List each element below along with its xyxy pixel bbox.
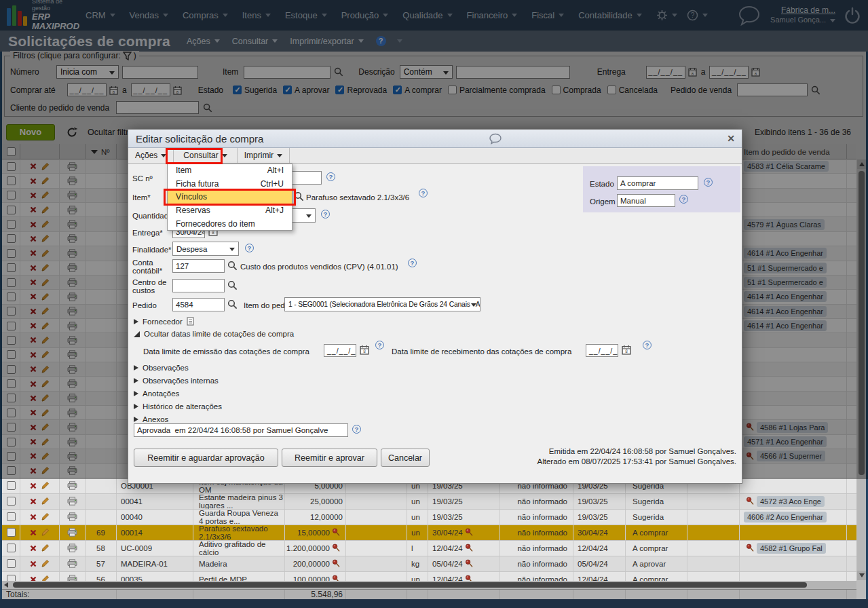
collapsed-triangle-icon	[134, 417, 138, 422]
dropdown-item-label: Reservas	[176, 206, 210, 215]
conta-help-icon[interactable]: ?	[408, 259, 417, 267]
cancelar-button[interactable]: Cancelar	[381, 449, 430, 467]
item-search-icon[interactable]	[294, 191, 304, 202]
consultar-dropdown-menu: ItemAlt+IFicha futuraCtrl+UVínculosReser…	[167, 164, 293, 231]
supplier-doc-icon	[187, 317, 194, 326]
dropdown-item-shortcut: Alt+I	[267, 166, 284, 175]
finalidade-help-icon[interactable]: ?	[245, 244, 254, 252]
section-label: Observações internas	[143, 377, 219, 385]
dropdown-item[interactable]: ReservasAlt+J	[168, 204, 292, 217]
reemitir-aguardar-button[interactable]: Reemitir e aguardar aprovação	[134, 449, 278, 467]
item-help-icon[interactable]: ?	[419, 189, 428, 197]
section-toggle[interactable]: Observações	[134, 364, 189, 372]
estado-help-icon[interactable]: ?	[704, 178, 713, 187]
section-toggle[interactable]: Anotações	[134, 390, 179, 398]
dropdown-item-label: Ficha futura	[176, 179, 219, 189]
conta-description: Custo dos produtos vendidos (CPV) (4.01.…	[240, 263, 398, 271]
finalidade-select[interactable]: Despesa	[172, 242, 239, 256]
note-help-icon[interactable]: ?	[352, 425, 361, 434]
emissao-calendar-icon[interactable]: 8	[360, 345, 369, 355]
dropdown-item-shortcut: Alt+J	[265, 206, 284, 215]
collapsed-triangle-icon	[134, 391, 138, 396]
collapsed-triangle-icon	[134, 365, 138, 370]
section-label: Anexos	[143, 415, 168, 423]
dialog-title: Editar solicitação de compra	[136, 133, 263, 145]
dropdown-item[interactable]: Fornecedores do item	[168, 217, 292, 231]
dialog-chat-icon[interactable]	[489, 133, 502, 145]
approval-note-input[interactable]: Aprovada em 22/04/24 16:08:58 por Samuel…	[134, 423, 348, 437]
edit-request-dialog: Editar solicitação de compra ✕ Ações Con…	[128, 129, 742, 484]
item-description: Parafuso sextavado 2.1/3x3/6	[306, 193, 409, 202]
datas-limite-toggle[interactable]: Ocultar datas limite de cotações de comp…	[134, 330, 294, 338]
reemitir-aprovar-button[interactable]: Reemitir e aprovar	[282, 449, 377, 467]
dropdown-item[interactable]: Ficha futuraCtrl+U	[168, 177, 292, 191]
origem-value: Manual	[617, 194, 675, 207]
section-label: Anotações	[143, 390, 179, 398]
pedido-label: Pedido	[132, 301, 173, 309]
collapsed-triangle-icon	[134, 378, 138, 383]
collapsed-triangle-icon	[134, 404, 138, 409]
dialog-body: SC nº ? Estado A comprar ? Origem Manual…	[128, 164, 742, 484]
origem-label: Origem	[590, 197, 616, 206]
dropdown-item[interactable]: ItemAlt+I	[168, 164, 292, 178]
estado-label: Estado	[590, 180, 614, 188]
svg-text:8: 8	[625, 349, 628, 354]
lower-dim	[0, 479, 868, 608]
recebimento-help-icon[interactable]: ?	[643, 341, 652, 349]
section-label: Observações	[143, 364, 189, 372]
centro-custos-label: Centro de custos	[132, 278, 173, 294]
origem-help-icon[interactable]: ?	[679, 195, 688, 204]
finalidade-label: Finalidade*	[132, 246, 173, 254]
dropdown-item-label: Vínculos	[176, 192, 207, 202]
recebimento-date-input[interactable]: __/__/__	[586, 344, 618, 357]
dialog-menu-imprimir[interactable]: Imprimir	[238, 148, 290, 163]
conta-contabil-input[interactable]: 127	[172, 259, 225, 273]
svg-text:8: 8	[363, 349, 366, 354]
estado-value: A comprar	[617, 176, 698, 190]
section-toggle[interactable]: Anexos	[134, 415, 168, 423]
emissao-label: Data limite de emissão das cotações de c…	[143, 347, 309, 356]
quantidade-help-icon[interactable]: ?	[321, 210, 330, 218]
centro-custos-input[interactable]	[172, 279, 225, 292]
section-toggle[interactable]: Observações internas	[134, 377, 219, 385]
collapsed-triangle-icon	[134, 319, 138, 324]
dropdown-item-label: Item	[176, 166, 191, 175]
dialog-close-icon[interactable]: ✕	[727, 133, 735, 144]
dropdown-item[interactable]: Vínculos	[168, 191, 292, 204]
fornecedor-toggle[interactable]: Fornecedor	[134, 317, 194, 326]
estado-origem-panel: Estado A comprar ? Origem Manual ?	[583, 166, 740, 212]
section-toggle[interactable]: Histórico de alterações	[134, 402, 222, 411]
erp-screen: Sistema de gestão ERP MAXIPROD CRMVendas…	[0, 0, 868, 608]
conta-contabil-label: Conta contábil*	[132, 259, 173, 275]
centro-search-icon[interactable]	[227, 280, 238, 290]
pedido-input[interactable]: 4584	[172, 298, 225, 311]
sc-help-icon[interactable]: ?	[326, 172, 335, 181]
dropdown-item-shortcut: Ctrl+U	[261, 179, 284, 189]
dropdown-item-label: Fornecedores do item	[176, 219, 255, 229]
section-label: Histórico de alterações	[143, 402, 222, 411]
dialog-menu-consultar[interactable]: Consultar	[174, 148, 237, 163]
expanded-triangle-icon	[134, 331, 140, 337]
emitida-stamp: Emitida em 22/04/24 16:08:58 por Samuel …	[537, 446, 736, 457]
alterado-stamp: Alterado em 08/07/2025 17:53:41 por Samu…	[537, 457, 736, 467]
dialog-menu-acoes[interactable]: Ações	[128, 148, 174, 163]
dialog-menubar: Ações Consultar Imprimir	[128, 148, 742, 164]
recebimento-calendar-icon[interactable]: 8	[622, 345, 631, 355]
recebimento-label: Data limite de recebimento das cotações …	[392, 347, 571, 356]
emissao-help-icon[interactable]: ?	[375, 341, 384, 349]
emissao-date-input[interactable]: __/__/__	[324, 344, 356, 357]
pedido-search-icon[interactable]	[227, 299, 238, 309]
dialog-titlebar: Editar solicitação de compra ✕	[128, 130, 742, 148]
conta-search-icon[interactable]	[227, 261, 238, 271]
item-pedido-select[interactable]: 1 - SEG0001 (Selecionadora Eletrônica De…	[284, 297, 480, 311]
